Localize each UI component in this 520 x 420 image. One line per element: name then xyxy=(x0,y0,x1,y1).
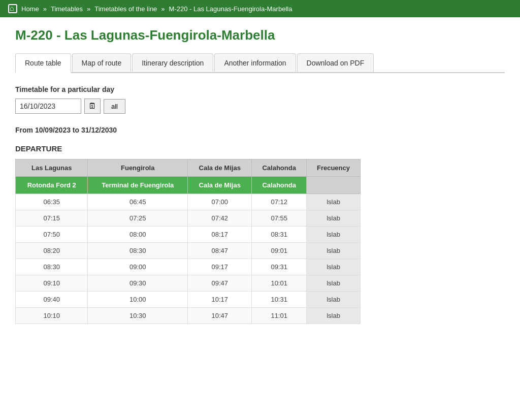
sep2: » xyxy=(87,5,90,13)
time-cell: 09:31 xyxy=(252,259,307,275)
table-row: 09:1009:3009:4710:01lslab xyxy=(16,275,361,292)
table-row: 08:3009:0009:1709:31lslab xyxy=(16,259,361,275)
nav-timetables[interactable]: Timetables xyxy=(51,5,83,13)
time-cell: 07:00 xyxy=(188,194,252,210)
tab-map-of-route[interactable]: Map of route xyxy=(72,53,132,72)
timetable-label: Timetable for a particular day xyxy=(15,85,505,93)
time-cell: 10:17 xyxy=(188,292,252,308)
table-row: 09:4010:0010:1710:31lslab xyxy=(16,292,361,308)
time-cell: 07:12 xyxy=(252,194,307,210)
subheader-rotonda: Rotonda Ford 2 xyxy=(16,177,88,194)
schedule-table: Las Lagunas Fuengirola Cala de Mijas Cal… xyxy=(15,159,361,324)
tab-route-table[interactable]: Route table xyxy=(15,53,71,73)
time-cell: 09:47 xyxy=(188,275,252,292)
time-cell: 11:01 xyxy=(252,308,307,324)
table-row: 10:1010:3010:4711:01lslab xyxy=(16,308,361,324)
time-cell: 07:15 xyxy=(16,210,88,227)
table-row: 07:5008:0008:1708:31lslab xyxy=(16,227,361,243)
tab-download-pdf[interactable]: Download on PDF xyxy=(297,53,374,72)
subheader-freq xyxy=(307,177,361,194)
freq-cell: lslab xyxy=(307,259,361,275)
time-cell: 07:25 xyxy=(88,210,188,227)
time-cell: 08:30 xyxy=(88,243,188,259)
date-range: From 10/09/2023 to 31/12/2030 xyxy=(15,126,505,134)
time-cell: 10:30 xyxy=(88,308,188,324)
subheader-cala: Cala de Mijas xyxy=(188,177,252,194)
calendar-button[interactable]: 🗓 xyxy=(84,99,101,114)
subheader-calahonda: Calahonda xyxy=(252,177,307,194)
calendar-icon: 🗓 xyxy=(88,102,96,110)
nav-timetables-line[interactable]: Timetables of the line xyxy=(94,5,157,13)
time-cell: 10:01 xyxy=(252,275,307,292)
freq-cell: lslab xyxy=(307,210,361,227)
all-button[interactable]: all xyxy=(104,99,125,114)
time-cell: 07:55 xyxy=(252,210,307,227)
freq-cell: lslab xyxy=(307,243,361,259)
time-cell: 08:00 xyxy=(88,227,188,243)
freq-cell: lslab xyxy=(307,292,361,308)
time-cell: 09:17 xyxy=(188,259,252,275)
time-cell: 06:45 xyxy=(88,194,188,210)
time-cell: 07:42 xyxy=(188,210,252,227)
tabs-container: Route table Map of route Itinerary descr… xyxy=(15,53,505,73)
freq-cell: lslab xyxy=(307,275,361,292)
freq-cell: lslab xyxy=(307,308,361,324)
time-cell: 08:47 xyxy=(188,243,252,259)
time-cell: 08:31 xyxy=(252,227,307,243)
table-row: 06:3506:4507:0007:12lslab xyxy=(16,194,361,210)
time-cell: 10:10 xyxy=(16,308,88,324)
col-las-lagunas: Las Lagunas xyxy=(16,159,88,177)
time-cell: 09:30 xyxy=(88,275,188,292)
freq-cell: lslab xyxy=(307,194,361,210)
home-icon xyxy=(8,4,17,13)
time-cell: 09:00 xyxy=(88,259,188,275)
time-cell: 08:20 xyxy=(16,243,88,259)
time-cell: 09:01 xyxy=(252,243,307,259)
time-cell: 10:00 xyxy=(88,292,188,308)
time-cell: 06:35 xyxy=(16,194,88,210)
departure-heading: DEPARTURE xyxy=(15,144,505,153)
main-content: M-220 - Las Lagunas-Fuengirola-Marbella … xyxy=(0,17,520,334)
date-input-row: 🗓 all xyxy=(15,99,505,114)
date-input[interactable] xyxy=(15,99,81,114)
subheader-terminal: Terminal de Fuengirola xyxy=(88,177,188,194)
sep3: » xyxy=(161,5,165,13)
table-subheader-row: Rotonda Ford 2 Terminal de Fuengirola Ca… xyxy=(16,177,361,194)
table-header-row: Las Lagunas Fuengirola Cala de Mijas Cal… xyxy=(16,159,361,177)
sep1: » xyxy=(43,5,47,13)
time-cell: 07:50 xyxy=(16,227,88,243)
breadcrumb: Home » Timetables » Timetables of the li… xyxy=(0,0,520,17)
col-frecuency: Frecuency xyxy=(307,159,361,177)
tab-itinerary-description[interactable]: Itinerary description xyxy=(132,53,213,72)
table-row: 08:2008:3008:4709:01lslab xyxy=(16,243,361,259)
freq-cell: lslab xyxy=(307,227,361,243)
col-fuengirola: Fuengirola xyxy=(88,159,188,177)
time-cell: 09:40 xyxy=(16,292,88,308)
table-row: 07:1507:2507:4207:55lslab xyxy=(16,210,361,227)
nav-current: M-220 - Las Lagunas-Fuengirola-Marbella xyxy=(169,5,292,13)
tab-another-information[interactable]: Another information xyxy=(214,53,296,72)
nav-home[interactable]: Home xyxy=(21,5,39,13)
time-cell: 08:17 xyxy=(188,227,252,243)
col-calahonda: Calahonda xyxy=(252,159,307,177)
time-cell: 10:31 xyxy=(252,292,307,308)
page-title: M-220 - Las Lagunas-Fuengirola-Marbella xyxy=(15,27,505,43)
time-cell: 10:47 xyxy=(188,308,252,324)
col-cala-de-mijas: Cala de Mijas xyxy=(188,159,252,177)
time-cell: 09:10 xyxy=(16,275,88,292)
time-cell: 08:30 xyxy=(16,259,88,275)
